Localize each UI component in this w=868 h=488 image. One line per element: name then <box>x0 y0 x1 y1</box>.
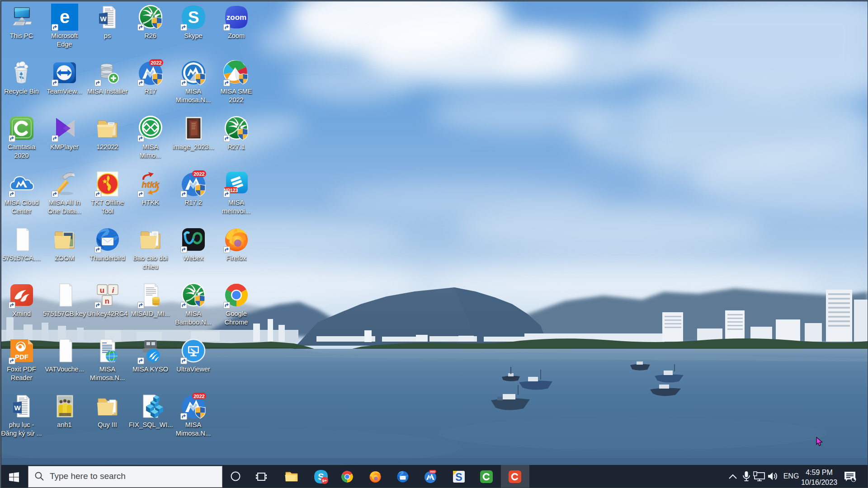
svg-text:9+: 9+ <box>322 478 327 483</box>
svg-text:2022: 2022 <box>430 470 435 473</box>
svg-text:PDF: PDF <box>15 353 28 361</box>
svg-text:htkk: htkk <box>142 180 160 189</box>
svg-text:S: S <box>455 471 462 483</box>
svg-text:2022: 2022 <box>193 394 204 399</box>
svg-text:zoom: zoom <box>226 13 246 22</box>
svg-text:n: n <box>104 297 109 305</box>
svg-text:2022: 2022 <box>151 60 161 66</box>
svg-text:2022: 2022 <box>193 171 204 177</box>
svg-text:u: u <box>99 286 104 295</box>
svg-text:e: e <box>59 7 69 27</box>
svg-text:W: W <box>14 404 21 412</box>
svg-text:W: W <box>100 15 107 23</box>
svg-text:S: S <box>188 8 199 27</box>
